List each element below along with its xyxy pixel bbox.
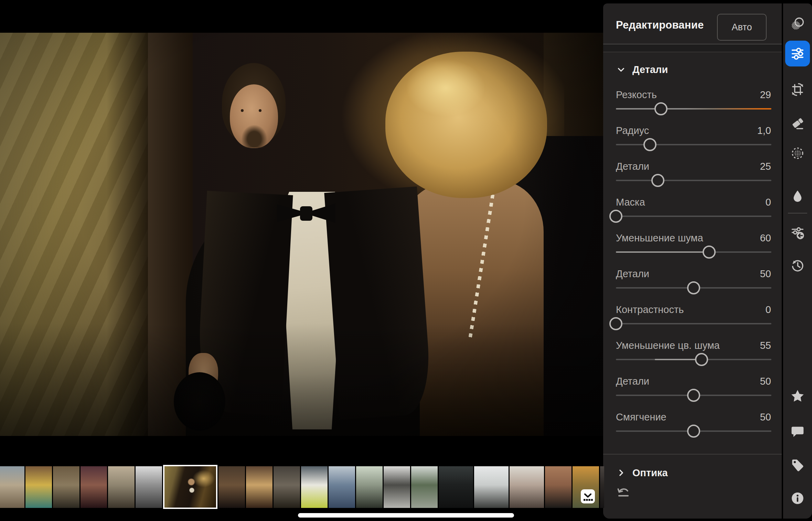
edit-panel: Редактирование Авто Детали Резкость 29	[603, 3, 782, 519]
collapse-filmstrip-icon	[581, 489, 595, 503]
collapse-filmstrip-button[interactable]	[581, 489, 595, 503]
filmstrip-thumbnail[interactable]	[474, 466, 509, 508]
filmstrip-thumbnail[interactable]	[218, 466, 245, 508]
rating-button[interactable]	[790, 388, 805, 404]
slider-track[interactable]	[616, 209, 771, 223]
slider-thumb[interactable]	[654, 102, 667, 115]
slider-row: Детали 25	[603, 160, 782, 194]
star-icon	[790, 388, 805, 404]
slider-label: Детали	[616, 161, 649, 172]
app-root: Редактирование Авто Детали Резкость 29	[0, 0, 812, 521]
filmstrip-thumbnail[interactable]	[25, 466, 52, 508]
filmstrip-thumbnail[interactable]	[0, 466, 24, 508]
slider-track[interactable]	[616, 316, 771, 331]
undo-icon	[616, 484, 632, 500]
filmstrip-thumbnail[interactable]	[81, 466, 107, 508]
filmstrip-thumbnail[interactable]	[274, 466, 300, 508]
slider-value: 60	[760, 232, 771, 244]
keywords-button[interactable]	[790, 457, 805, 472]
filmstrip-thumbnail[interactable]	[136, 466, 162, 508]
section-details-title: Детали	[632, 64, 668, 75]
slider-thumb[interactable]	[703, 246, 716, 259]
section-optics-header[interactable]: Оптика	[603, 466, 782, 480]
slider-thumb[interactable]	[695, 353, 708, 366]
filmstrip-thumbnail-selected[interactable]	[163, 465, 217, 509]
droplet-icon	[790, 189, 805, 204]
filmstrip-thumbnail[interactable]	[510, 466, 544, 508]
slider-label: Уменьшение шума	[616, 232, 703, 244]
slider-track[interactable]	[616, 173, 771, 188]
section-details-header[interactable]: Детали	[603, 63, 782, 76]
slider-label: Маска	[616, 197, 645, 208]
copy-settings-button[interactable]	[790, 225, 805, 240]
eraser-tool-button[interactable]	[790, 116, 805, 131]
slider-thumb[interactable]	[687, 389, 700, 402]
photo-canvas[interactable]	[0, 33, 604, 436]
slider-row: Уменьшение цв. шума 55	[603, 339, 782, 373]
slider-track[interactable]	[616, 352, 771, 367]
slider-value: 55	[760, 340, 771, 351]
slider-value: 29	[760, 89, 771, 101]
filmstrip-thumbnail[interactable]	[384, 466, 410, 508]
slider-value: 25	[760, 161, 771, 172]
chevron-down-icon	[616, 64, 626, 75]
comments-button[interactable]	[790, 424, 805, 439]
photo-vignette	[0, 33, 604, 436]
slider-label: Детали	[616, 268, 649, 280]
filmstrip-thumbnail[interactable]	[246, 466, 273, 508]
slider-track[interactable]	[616, 137, 771, 152]
slider-track[interactable]	[616, 245, 771, 259]
auto-button[interactable]: Авто	[717, 14, 767, 41]
droplet-tool-button[interactable]	[790, 189, 805, 204]
tool-rail	[783, 3, 812, 519]
slider-track-fill	[616, 251, 709, 253]
auto-button-label: Авто	[732, 22, 752, 33]
slider-label: Детали	[616, 376, 649, 387]
slider-row: Радиус 1,0	[603, 124, 782, 158]
panel-title: Редактирование	[616, 19, 704, 31]
history-clock-icon	[790, 258, 805, 273]
slider-thumb[interactable]	[643, 138, 656, 151]
slider-thumb[interactable]	[687, 425, 700, 438]
slider-value: 50	[760, 268, 771, 280]
profiles-icon	[790, 16, 805, 31]
versions-button[interactable]	[790, 258, 805, 273]
slider-track[interactable]	[616, 388, 771, 403]
filmstrip-scrollbar[interactable]	[298, 513, 514, 518]
slider-label: Контрастность	[616, 304, 684, 315]
undo-button[interactable]	[616, 484, 632, 500]
panel-divider-strip	[603, 44, 782, 52]
profiles-tool-button[interactable]	[790, 16, 805, 31]
edit-tool-button[interactable]	[785, 41, 810, 66]
filmstrip-thumbnail[interactable]	[600, 466, 604, 508]
copy-settings-icon	[790, 225, 805, 240]
filmstrip-thumbnail[interactable]	[53, 466, 79, 508]
filmstrip-thumbnail[interactable]	[356, 466, 383, 508]
filmstrip-thumbnail[interactable]	[108, 466, 135, 508]
filmstrip-thumbnail[interactable]	[329, 466, 355, 508]
rail-divider	[788, 213, 807, 213]
edit-sliders-icon	[790, 46, 805, 62]
slider-track-line	[616, 216, 771, 217]
slider-row: Контрастность 0	[603, 303, 782, 337]
slider-track[interactable]	[616, 281, 771, 295]
slider-thumb[interactable]	[609, 210, 622, 223]
filmstrip-thumbnail[interactable]	[301, 466, 328, 508]
masking-tool-button[interactable]	[790, 146, 805, 161]
slider-track-line	[616, 180, 771, 181]
comment-icon	[790, 424, 805, 439]
slider-thumb[interactable]	[651, 174, 664, 187]
slider-track[interactable]	[616, 102, 771, 116]
slider-thumb[interactable]	[609, 317, 622, 330]
filmstrip-thumbnail[interactable]	[439, 466, 473, 508]
slider-thumb[interactable]	[687, 281, 700, 294]
slider-value: 1,0	[757, 125, 771, 136]
slider-label: Резкость	[616, 89, 657, 101]
info-button[interactable]	[790, 491, 805, 506]
slider-row: Смягчение 50	[603, 410, 782, 445]
slider-value: 50	[760, 376, 771, 387]
slider-track[interactable]	[616, 424, 771, 438]
filmstrip-thumbnail[interactable]	[545, 466, 571, 508]
filmstrip-thumbnail[interactable]	[411, 466, 438, 508]
crop-tool-button[interactable]	[790, 82, 805, 97]
